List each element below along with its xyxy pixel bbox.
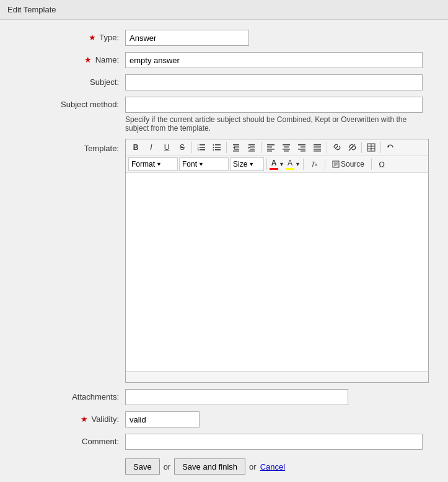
action-buttons: Save or Save and finish or Cancel xyxy=(125,458,441,475)
svg-rect-12 xyxy=(233,144,239,146)
save-button[interactable]: Save xyxy=(125,458,160,475)
align-left-icon xyxy=(266,143,275,152)
strikethrough-button[interactable]: S xyxy=(175,141,190,154)
indent-decrease-button[interactable] xyxy=(229,141,244,154)
unlink-button[interactable] xyxy=(345,141,359,154)
attachments-label: Attachments: xyxy=(7,389,125,401)
link-icon xyxy=(332,143,341,152)
bold-button[interactable]: B xyxy=(128,141,143,154)
svg-marker-16 xyxy=(233,147,235,149)
toolbar-sep7 xyxy=(266,159,267,170)
unlink-icon xyxy=(348,143,356,152)
svg-rect-22 xyxy=(267,144,275,146)
svg-rect-7 xyxy=(215,147,221,148)
or2-text: or xyxy=(249,462,257,471)
svg-rect-14 xyxy=(234,149,239,150)
name-input[interactable] xyxy=(125,52,423,68)
subject-method-input[interactable] xyxy=(125,97,423,113)
subject-hint: Specify if the current article subject s… xyxy=(125,115,423,133)
toolbar-sep4 xyxy=(327,142,327,153)
unordered-list-button[interactable] xyxy=(209,141,224,154)
type-row: ★ Type: xyxy=(7,30,441,46)
subject-label: Subject: xyxy=(7,74,125,87)
svg-rect-15 xyxy=(233,151,239,152)
attachments-input[interactable] xyxy=(125,389,348,405)
toolbar-sep6 xyxy=(380,142,381,153)
name-row: ★ Name: xyxy=(7,52,441,68)
size-dropdown[interactable]: Size ▼ xyxy=(230,157,264,171)
link-button[interactable] xyxy=(329,141,344,154)
source-icon xyxy=(332,160,340,168)
cancel-button[interactable]: Cancel xyxy=(260,462,285,471)
comment-row: Comment: xyxy=(7,434,441,450)
subject-method-row: Subject method: Specify if the current a… xyxy=(7,97,441,133)
omega-button[interactable]: Ω xyxy=(374,157,389,171)
svg-rect-29 xyxy=(284,151,289,152)
svg-rect-6 xyxy=(215,144,221,146)
indent-increase-icon xyxy=(247,143,256,152)
svg-rect-0 xyxy=(200,144,205,146)
subject-field xyxy=(125,74,441,90)
format-dropdown[interactable]: Format ▼ xyxy=(128,157,178,171)
table-button[interactable] xyxy=(364,141,379,154)
template-label: Template: xyxy=(7,139,125,153)
type-input[interactable] xyxy=(125,30,249,46)
required-star-validity: ★ xyxy=(81,414,88,424)
format-dropdown-arrow: ▼ xyxy=(156,161,162,167)
toolbar-sep9 xyxy=(325,159,325,170)
justify-icon xyxy=(313,143,322,152)
undo-button[interactable] xyxy=(383,141,398,154)
attachments-field xyxy=(125,389,441,405)
toolbar-sep1 xyxy=(191,142,192,153)
or1-text: or xyxy=(164,462,171,471)
svg-rect-33 xyxy=(301,151,305,152)
svg-point-11 xyxy=(213,149,214,151)
source-button[interactable]: Source xyxy=(328,157,369,171)
validity-label: ★ Validity: xyxy=(7,411,125,424)
svg-rect-28 xyxy=(283,149,290,150)
subject-row: Subject: xyxy=(7,74,441,90)
svg-rect-20 xyxy=(248,151,255,152)
attachments-row: Attachments: xyxy=(7,389,441,405)
editor-content-area[interactable] xyxy=(126,173,428,371)
required-star-type: ★ xyxy=(89,33,96,42)
align-center-icon xyxy=(282,143,291,152)
svg-rect-25 xyxy=(267,151,272,152)
font-color-button[interactable]: A ▼ xyxy=(270,157,284,171)
size-dropdown-arrow: ▼ xyxy=(248,161,254,167)
table-icon xyxy=(367,143,376,152)
type-field xyxy=(125,30,441,46)
validity-input[interactable] xyxy=(125,411,200,427)
svg-rect-24 xyxy=(267,149,275,150)
align-center-button[interactable] xyxy=(279,141,294,154)
comment-label: Comment: xyxy=(7,434,125,446)
required-star-name: ★ xyxy=(84,55,92,64)
svg-rect-36 xyxy=(314,149,321,150)
font-dropdown[interactable]: Font ▼ xyxy=(179,157,229,171)
page-title: Edit Template xyxy=(0,0,448,20)
buttons-row: Save or Save and finish or Cancel xyxy=(7,456,441,475)
svg-rect-27 xyxy=(284,147,289,148)
svg-rect-1 xyxy=(200,147,205,148)
underline-button[interactable]: U xyxy=(159,141,174,154)
name-field xyxy=(125,52,441,68)
align-right-button[interactable] xyxy=(294,141,309,154)
toolbar-row1: B I U S xyxy=(126,139,428,156)
svg-point-9 xyxy=(213,144,214,146)
indent-increase-button[interactable] xyxy=(244,141,259,154)
ordered-list-button[interactable]: 1 2 3 xyxy=(194,141,209,154)
save-finish-button[interactable]: Save and finish xyxy=(174,458,245,475)
svg-rect-13 xyxy=(234,147,239,148)
highlight-color-button[interactable]: A ▼ xyxy=(286,157,301,171)
justify-button[interactable] xyxy=(310,141,325,154)
indent-decrease-icon xyxy=(232,143,240,152)
svg-rect-8 xyxy=(215,149,221,151)
toolbar-sep8 xyxy=(303,159,304,170)
align-left-button[interactable] xyxy=(263,141,278,154)
comment-input[interactable] xyxy=(125,434,423,450)
clear-format-button[interactable]: Tx xyxy=(306,157,322,171)
subject-input[interactable] xyxy=(125,74,423,90)
unordered-list-icon xyxy=(213,143,221,152)
italic-button[interactable]: I xyxy=(144,141,159,154)
svg-rect-18 xyxy=(250,147,255,148)
